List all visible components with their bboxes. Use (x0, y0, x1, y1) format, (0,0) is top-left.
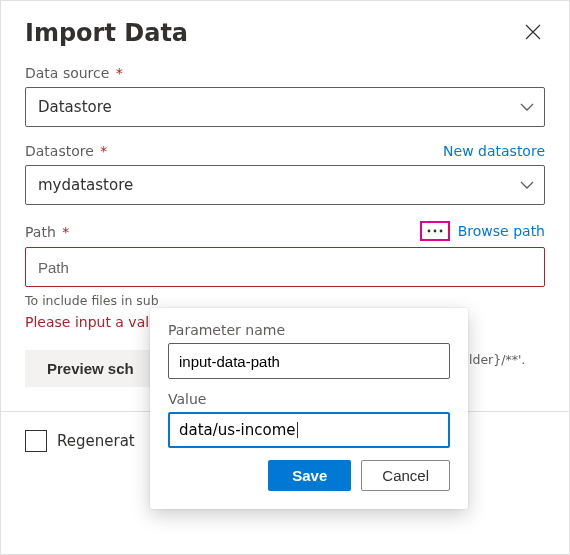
browse-path-link[interactable]: Browse path (420, 221, 545, 241)
required-mark: * (96, 143, 107, 159)
param-name-input[interactable] (168, 343, 450, 379)
dialog-header: Import Data (1, 1, 569, 55)
required-mark: * (58, 224, 69, 240)
svg-point-2 (439, 230, 442, 233)
ellipsis-icon (426, 225, 444, 237)
new-datastore-link[interactable]: New datastore (443, 143, 545, 159)
regenerate-checkbox[interactable] (25, 430, 47, 452)
field-datastore: Datastore * New datastore mydatastore (25, 143, 545, 205)
param-name-label: Parameter name (168, 322, 450, 338)
data-source-label: Data source * (25, 65, 123, 81)
required-mark: * (111, 65, 122, 81)
path-hint-right-fragment: lder}/**'. (469, 352, 525, 367)
save-button[interactable]: Save (268, 460, 351, 491)
path-input[interactable] (25, 247, 545, 287)
param-value-input[interactable]: data/us-income (168, 412, 450, 448)
datastore-value: mydatastore (38, 176, 133, 194)
close-button[interactable] (521, 19, 545, 47)
text-caret (297, 422, 298, 439)
data-source-value: Datastore (38, 98, 112, 116)
field-data-source: Data source * Datastore (25, 65, 545, 127)
svg-point-1 (433, 230, 436, 233)
regenerate-label: Regenerat (57, 432, 135, 450)
dialog-title: Import Data (25, 19, 188, 47)
preview-schema-button[interactable]: Preview sch (25, 350, 156, 387)
popover-actions: Save Cancel (168, 460, 450, 491)
svg-point-0 (427, 230, 430, 233)
datastore-label: Datastore * (25, 143, 107, 159)
path-hint: To include files in sub (25, 293, 545, 308)
chevron-down-icon (520, 98, 534, 116)
path-options-button[interactable] (420, 221, 450, 241)
chevron-down-icon (520, 176, 534, 194)
close-icon (525, 24, 541, 40)
path-label: Path * (25, 224, 69, 240)
data-source-select[interactable]: Datastore (25, 87, 545, 127)
param-value-label: Value (168, 391, 450, 407)
datastore-select[interactable]: mydatastore (25, 165, 545, 205)
cancel-button[interactable]: Cancel (361, 460, 450, 491)
parameter-popover: Parameter name Value data/us-income Save… (150, 308, 468, 509)
